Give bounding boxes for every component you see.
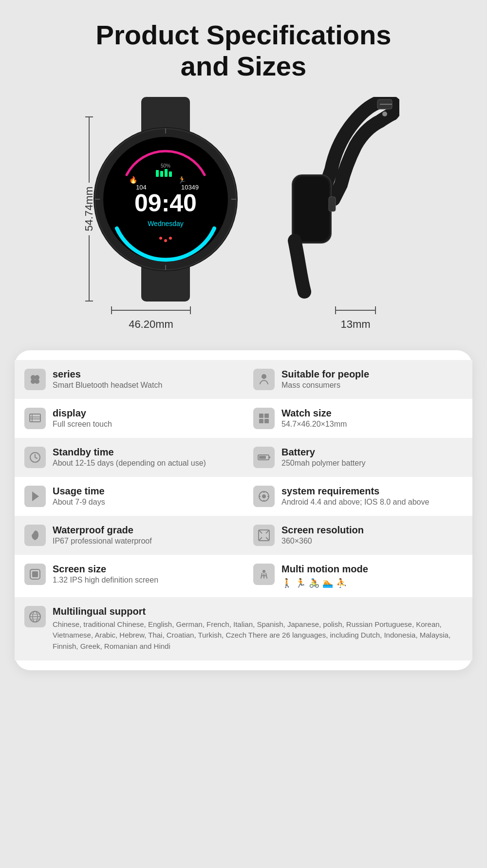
width-dimension: 46.20mm	[111, 306, 191, 331]
people-value: Mass consumers	[281, 381, 369, 390]
usage-icon	[24, 486, 46, 507]
svg-point-16	[159, 237, 162, 240]
resolution-icon	[253, 525, 275, 546]
display-text: display Full screen touch	[53, 408, 112, 429]
watchsize-text: Watch size 54.7×46.20×13mm	[281, 408, 347, 429]
svg-rect-39	[264, 414, 269, 418]
watch-images-section: 54.74mm 09:40 Wednesday 104	[0, 97, 487, 302]
svg-rect-11	[156, 170, 159, 177]
usage-title: Usage time	[53, 486, 105, 497]
svg-rect-27	[294, 177, 329, 241]
svg-rect-28	[329, 197, 336, 211]
svg-text:50%: 50%	[161, 163, 170, 169]
sysreq-title: system requirements	[281, 486, 429, 497]
svg-rect-14	[169, 171, 172, 177]
depth-dimension: 13mm	[335, 306, 376, 331]
series-title: series	[53, 369, 162, 380]
height-dimension: 54.74mm	[83, 116, 95, 302]
resolution-text: Screen resolution 360×360	[281, 525, 364, 546]
standby-text: Standby time About 12-15 days (depending…	[53, 447, 206, 468]
depth-line	[335, 306, 376, 314]
screensize-text: Screen size 1.32 IPS high definition scr…	[53, 564, 158, 585]
multilingual-text: Multilingual support Chinese, traditiona…	[53, 606, 463, 652]
spec-row-6: Screen size 1.32 IPS high definition scr…	[15, 555, 472, 597]
page-title: Product Specifications and Sizes	[67, 19, 421, 82]
display-value: Full screen touch	[53, 420, 112, 429]
battery-value: 250mah polymer battery	[281, 459, 366, 468]
spec-cell-resolution: Screen resolution 360×360	[244, 516, 472, 555]
sysreq-value: Android 4.4 and above; IOS 8.0 and above	[281, 498, 429, 507]
motion-icon-5: ⛹	[336, 578, 347, 588]
sysreq-text: system requirements Android 4.4 and abov…	[281, 486, 429, 507]
people-title: Suitable for people	[281, 369, 369, 380]
watch-front-svg: 09:40 Wednesday 104 10349 🔥 🏃 50%	[88, 97, 244, 302]
svg-point-32	[35, 379, 39, 384]
watch-side-svg	[253, 97, 399, 302]
series-value: Smart Bluetooth headset Watch	[53, 381, 162, 390]
spec-cell-series: series Smart Bluetooth headset Watch	[15, 360, 244, 399]
svg-text:09:40: 09:40	[134, 189, 197, 217]
line-h2	[336, 310, 375, 311]
usage-text: Usage time About 7-9 days	[53, 486, 105, 507]
motion-icon-1: 🚶	[281, 578, 292, 588]
tick-right	[190, 306, 191, 314]
motion-text: Multi motion mode 🚶 🏃 🚴 🏊 ⛹	[281, 564, 368, 588]
svg-point-56	[262, 570, 265, 573]
width-line	[111, 306, 191, 314]
screen-size-icon	[24, 564, 46, 585]
spec-cell-battery: Battery 250mah polymer battery	[244, 438, 472, 477]
watchsize-value: 54.7×46.20×13mm	[281, 420, 347, 429]
multilingual-title: Multilingual support	[53, 606, 463, 617]
svg-rect-38	[259, 414, 263, 418]
svg-text:104: 104	[136, 184, 147, 191]
system-icon	[253, 486, 275, 507]
waterproof-title: Waterproof grade	[53, 525, 152, 536]
series-icon	[24, 369, 46, 390]
people-icon	[253, 369, 275, 390]
spec-row-1: series Smart Bluetooth headset Watch Sui…	[15, 360, 472, 399]
display-title: display	[53, 408, 112, 419]
motion-title: Multi motion mode	[281, 564, 368, 575]
spec-cell-people: Suitable for people Mass consumers	[244, 360, 472, 399]
usage-value: About 7-9 days	[53, 498, 105, 507]
spec-cell-usage: Usage time About 7-9 days	[15, 477, 244, 516]
waterproof-text: Waterproof grade IP67 professional water…	[53, 525, 152, 546]
svg-marker-46	[32, 491, 39, 501]
svg-rect-13	[165, 169, 168, 177]
spec-row-5: Waterproof grade IP67 professional water…	[15, 516, 472, 555]
spec-cell-waterproof: Waterproof grade IP67 professional water…	[15, 516, 244, 555]
watchsize-title: Watch size	[281, 408, 347, 419]
svg-rect-12	[160, 171, 163, 177]
motion-icon-4: 🏊	[322, 578, 333, 588]
battery-icon	[253, 447, 275, 468]
svg-point-17	[164, 239, 167, 242]
resolution-value: 360×360	[281, 537, 364, 546]
waterproof-value: IP67 professional waterproof	[53, 537, 152, 546]
standby-icon	[24, 447, 46, 468]
svg-rect-34	[30, 414, 40, 422]
dim-tick-bottom	[85, 301, 93, 302]
tick-right2	[375, 306, 376, 314]
svg-rect-41	[264, 419, 269, 423]
water-icon	[24, 525, 46, 546]
specs-card: series Smart Bluetooth headset Watch Sui…	[15, 350, 472, 671]
battery-title: Battery	[281, 447, 366, 458]
dim-line-v2	[89, 235, 90, 301]
svg-rect-44	[259, 456, 266, 459]
motion-icon	[253, 564, 275, 585]
line-h	[112, 310, 190, 311]
battery-text: Battery 250mah polymer battery	[281, 447, 366, 468]
svg-rect-45	[269, 456, 270, 458]
resolution-title: Screen resolution	[281, 525, 364, 536]
multilingual-body: Chinese, traditional Chinese, English, G…	[53, 619, 463, 652]
svg-text:🏃: 🏃	[178, 176, 187, 184]
standby-title: Standby time	[53, 447, 206, 458]
watch-front-container: 54.74mm 09:40 Wednesday 104	[88, 97, 244, 302]
depth-label: 13mm	[340, 318, 370, 331]
spec-row-3: Standby time About 12-15 days (depending…	[15, 438, 472, 477]
svg-point-18	[169, 237, 172, 240]
spec-cell-screensize: Screen size 1.32 IPS high definition scr…	[15, 555, 244, 597]
svg-text:10349: 10349	[181, 184, 199, 191]
svg-point-33	[262, 374, 266, 379]
dim-height-label: 54.74mm	[83, 183, 95, 235]
